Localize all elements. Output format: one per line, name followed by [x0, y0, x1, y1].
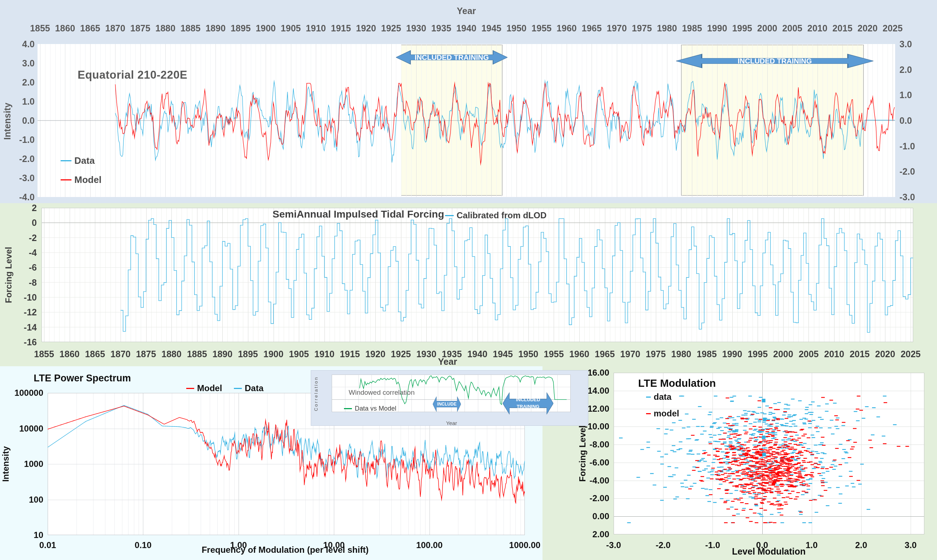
legend-label: Model	[74, 174, 102, 185]
top-y-axis-title: Intensity	[2, 103, 12, 140]
model-series-swatch	[186, 388, 194, 389]
legend-item-dlod: Calibrated from dLOD	[445, 210, 546, 220]
legend-label: Calibrated from dLOD	[457, 210, 546, 220]
included-training-banner: INCLUDED TRAINING	[503, 391, 553, 415]
training-banner-label: INCLUDED TRAINING	[396, 50, 508, 65]
model-series-swatch	[646, 413, 651, 414]
mid-chart-title: SemiAnnual Impulsed Tidal Forcing	[272, 209, 444, 220]
training-banner-2: INCLUDED TRAINING	[676, 54, 874, 69]
mod-legend: data model	[646, 392, 679, 418]
legend-label: Model	[197, 383, 222, 393]
dlod-series-swatch	[445, 215, 454, 216]
legend-label: Data	[245, 383, 263, 393]
data-series-swatch	[61, 160, 71, 162]
mod-chart-title: LTE Modulation	[638, 377, 716, 389]
pow-legend-model: Model	[186, 383, 222, 393]
data-series-swatch	[646, 397, 651, 398]
top-chart-title: Equatorial 210-220E	[78, 69, 187, 82]
ins-y-axis-title: Correlation	[313, 376, 319, 411]
include-banner: INCLUDE	[433, 396, 461, 412]
mod-y-axis-title: Forcing Level	[577, 425, 588, 482]
top-legend: Data Model	[61, 155, 102, 185]
pow-chart-title: LTE Power Spectrum	[34, 373, 131, 384]
charts-dashboard: Year Intensity INCLUDED TRAINING INCLUDE…	[0, 0, 937, 560]
training-banner-label: INCLUDED TRAINING	[676, 54, 874, 69]
legend-item-data: Data	[61, 155, 102, 166]
pow-y-axis-title: Intensity	[1, 446, 11, 482]
mid-x-axis-title: Year	[438, 357, 457, 367]
included-training-banner-label: INCLUDED TRAINING	[503, 391, 553, 415]
mid-chart-canvas	[42, 208, 913, 342]
ins-x-axis-title: Year	[446, 420, 457, 426]
legend-label: Data	[74, 155, 95, 166]
mid-legend: Calibrated from dLOD	[445, 210, 546, 220]
legend-item-model: model	[646, 408, 679, 418]
ins-legend: Data vs Model	[344, 405, 396, 412]
legend-label: model	[654, 408, 679, 418]
legend-item-data: data	[646, 392, 679, 402]
legend-label: Data vs Model	[355, 405, 396, 412]
legend-item-model: Model	[61, 174, 102, 185]
correlation-series-swatch	[344, 408, 352, 409]
panel-windowed-correlation: Windowed correlation Data vs Model Year …	[311, 370, 588, 426]
top-x-axis-title: Year	[457, 6, 476, 16]
model-series-swatch	[61, 179, 71, 181]
mid-y-axis-title: Forcing Level	[4, 247, 14, 303]
include-banner-label: INCLUDE	[433, 396, 461, 412]
pow-legend-data: Data	[234, 383, 263, 393]
legend-label: data	[654, 392, 671, 402]
pow-x-axis-title: Frequency of Modulation (per level shift…	[202, 545, 369, 555]
mod-x-axis-title: Level Modulation	[732, 546, 806, 557]
data-series-swatch	[234, 388, 242, 389]
ins-note: Windowed correlation	[349, 389, 415, 397]
training-banner-1: INCLUDED TRAINING	[396, 50, 508, 65]
